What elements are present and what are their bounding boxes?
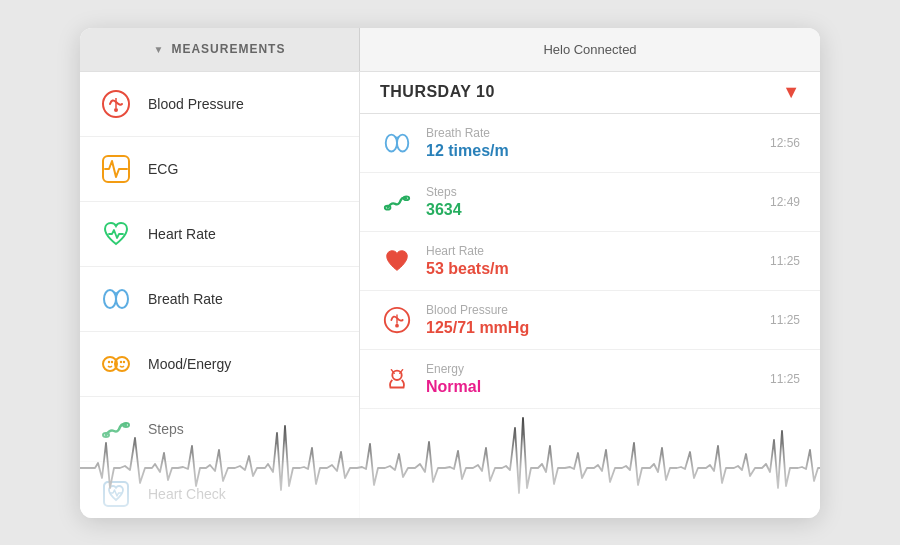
svg-point-11 (123, 360, 125, 362)
entry-breath-rate-time: 12:56 (770, 136, 800, 150)
entry-steps-type: Steps (426, 185, 758, 199)
sidebar-label-ecg: ECG (148, 161, 178, 177)
header-left: ▼ MEASUREMENTS (80, 28, 360, 71)
sidebar-item-mood-energy[interactable]: Mood/Energy (80, 332, 359, 397)
entry-heart-rate-type: Heart Rate (426, 244, 758, 258)
mood-energy-icon (98, 346, 134, 382)
entries-list: Breath Rate 12 times/m 12:56 (360, 114, 820, 518)
entry-heart-rate-time: 11:25 (770, 254, 800, 268)
entry-steps-time: 12:49 (770, 195, 800, 209)
entry-blood-pressure[interactable]: Blood Pressure 125/71 mmHg 11:25 (360, 291, 820, 350)
header-left-title: MEASUREMENTS (171, 42, 285, 56)
entry-energy-type: Energy (426, 362, 758, 376)
entry-heart-rate-info: Heart Rate 53 beats/m (426, 244, 758, 278)
svg-point-8 (108, 360, 110, 362)
sidebar-label-heart-rate: Heart Rate (148, 226, 216, 242)
sidebar-label-steps: Steps (148, 421, 184, 437)
entry-breath-rate-icon (380, 126, 414, 160)
sidebar-item-heart-rate[interactable]: Heart Rate (80, 202, 359, 267)
entry-steps-info: Steps 3634 (426, 185, 758, 219)
sidebar-label-mood-energy: Mood/Energy (148, 356, 231, 372)
entry-breath-rate-type: Breath Rate (426, 126, 758, 140)
date-chevron-icon[interactable]: ▼ (782, 82, 800, 103)
entry-blood-pressure-time: 11:25 (770, 313, 800, 327)
heart-check-icon (98, 476, 134, 512)
entry-energy[interactable]: Energy Normal 11:25 (360, 350, 820, 409)
date-row[interactable]: THURSDAY 10 ▼ (360, 72, 820, 114)
entry-heart-rate[interactable]: Heart Rate 53 beats/m 11:25 (360, 232, 820, 291)
entry-steps-icon (380, 185, 414, 219)
header-right: Helo Connected (360, 28, 820, 71)
heart-rate-icon (98, 216, 134, 252)
sidebar-item-steps[interactable]: Steps (80, 397, 359, 462)
entry-breath-rate[interactable]: Breath Rate 12 times/m 12:56 (360, 114, 820, 173)
entry-blood-pressure-type: Blood Pressure (426, 303, 758, 317)
sidebar-label-blood-pressure: Blood Pressure (148, 96, 244, 112)
sidebar-label-breath-rate: Breath Rate (148, 291, 223, 307)
entry-energy-info: Energy Normal (426, 362, 758, 396)
entry-breath-rate-info: Breath Rate 12 times/m (426, 126, 758, 160)
entry-blood-pressure-icon (380, 303, 414, 337)
main-content: Blood Pressure ECG (80, 72, 820, 518)
sidebar-item-breath-rate[interactable]: Breath Rate (80, 267, 359, 332)
measurements-tri-icon: ▼ (154, 44, 164, 55)
entry-breath-rate-value: 12 times/m (426, 142, 758, 160)
steps-icon (98, 411, 134, 447)
entry-heart-rate-icon (380, 244, 414, 278)
entry-blood-pressure-info: Blood Pressure 125/71 mmHg (426, 303, 758, 337)
sidebar-item-heart-check[interactable]: Heart Check (80, 462, 359, 518)
app-container: ▼ MEASUREMENTS Helo Connected Blood Pre (80, 28, 820, 518)
sidebar-label-heart-check: Heart Check (148, 486, 226, 502)
breath-rate-icon (98, 281, 134, 317)
entry-heart-rate-value: 53 beats/m (426, 260, 758, 278)
entry-blood-pressure-value: 125/71 mmHg (426, 319, 758, 337)
sidebar-item-blood-pressure[interactable]: Blood Pressure (80, 72, 359, 137)
entry-steps[interactable]: Steps 3634 12:49 (360, 173, 820, 232)
blood-pressure-icon (98, 86, 134, 122)
svg-point-20 (395, 323, 399, 327)
ecg-icon (98, 151, 134, 187)
header-right-title: Helo Connected (543, 42, 636, 57)
sidebar-item-ecg[interactable]: ECG (80, 137, 359, 202)
header-row: ▼ MEASUREMENTS Helo Connected (80, 28, 820, 72)
svg-point-9 (111, 360, 113, 362)
entry-energy-icon (380, 362, 414, 396)
svg-point-1 (114, 108, 118, 112)
entry-steps-value: 3634 (426, 201, 758, 219)
sidebar: Blood Pressure ECG (80, 72, 360, 518)
date-label: THURSDAY 10 (380, 83, 495, 101)
entry-energy-time: 11:25 (770, 372, 800, 386)
svg-point-10 (120, 360, 122, 362)
right-panel: THURSDAY 10 ▼ Breath Rate (360, 72, 820, 518)
entry-energy-value: Normal (426, 378, 758, 396)
